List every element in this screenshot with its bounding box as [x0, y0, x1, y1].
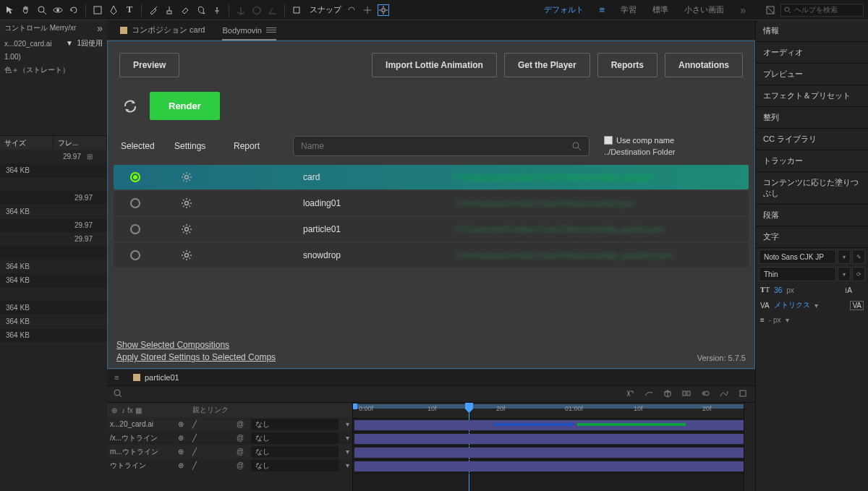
list-item[interactable]: 29.97 — [0, 191, 107, 205]
list-item[interactable] — [0, 177, 107, 191]
annotations-button[interactable]: Annotations — [665, 53, 743, 77]
list-item[interactable]: 29.97⊞ — [0, 150, 107, 163]
roto-tool-icon[interactable] — [195, 4, 207, 16]
slash-icon[interactable]: ╱ — [190, 420, 199, 428]
select-radio[interactable] — [114, 250, 157, 260]
parent-dropdown[interactable]: なし — [251, 432, 339, 444]
tl-graph-icon[interactable] — [719, 388, 731, 400]
layer-track[interactable] — [353, 432, 744, 446]
name-search-input[interactable] — [301, 141, 571, 151]
help-search[interactable]: ヘルプを検索 — [780, 4, 864, 17]
eyedropper-icon[interactable]: ✎ — [852, 249, 865, 264]
orbit-tool-icon[interactable] — [52, 4, 64, 16]
pickwhip-icon[interactable]: @ — [237, 461, 247, 469]
panel-エフェクト＆プリセット[interactable]: エフェクト＆プリセット — [756, 85, 868, 107]
workspace-small[interactable]: 小さい画面 — [684, 4, 724, 15]
rotate-tool-icon[interactable] — [68, 4, 80, 16]
workspace-more-icon[interactable]: » — [740, 4, 746, 16]
gear-icon[interactable] — [157, 223, 216, 235]
panel-トラッカー[interactable]: トラッカー — [756, 150, 868, 172]
clone-tool-icon[interactable] — [163, 4, 175, 16]
use-comp-name-checkbox[interactable]: Use comp name — [604, 136, 698, 145]
panel-情報[interactable]: 情報 — [756, 20, 868, 42]
chevron-down-icon[interactable]: ▾ — [838, 267, 851, 281]
select-radio[interactable] — [114, 224, 157, 234]
select-radio[interactable] — [114, 198, 157, 208]
axis-local-icon[interactable] — [235, 4, 247, 16]
expand-arrow-icon[interactable]: » — [97, 22, 103, 34]
list-item[interactable]: 364 KB — [0, 273, 107, 287]
list-item[interactable]: 29.97 — [0, 218, 107, 232]
parent-dropdown[interactable]: なし — [251, 446, 339, 458]
chevron-down-icon[interactable]: ▾ — [838, 249, 851, 264]
tl-3d-icon[interactable] — [663, 388, 674, 400]
transform-icon[interactable]: ⊕ — [176, 448, 185, 456]
list-item[interactable]: 364 KB — [0, 328, 107, 342]
snap-rect-icon[interactable] — [291, 4, 302, 16]
destination-folder[interactable]: ../Destination Folder — [604, 148, 698, 156]
sync-icon[interactable]: ⟳ — [852, 267, 865, 281]
select-radio[interactable] — [114, 172, 157, 182]
tab-bodymovin[interactable]: Bodymovin — [222, 26, 276, 40]
selection-tool-icon[interactable] — [4, 4, 16, 16]
font-size-value[interactable]: 36 — [774, 286, 782, 294]
layer-bar[interactable] — [354, 448, 744, 458]
stroke-value[interactable]: - px — [769, 316, 781, 324]
get-player-button[interactable]: Get the Player — [504, 53, 590, 77]
hand-tool-icon[interactable] — [20, 4, 32, 16]
workspace-menu-icon[interactable]: ≡ — [600, 4, 605, 15]
col-frame[interactable]: フレ... — [54, 136, 107, 150]
slash-icon[interactable]: ╱ — [190, 448, 199, 456]
layer-track[interactable] — [353, 446, 744, 460]
chevron-down-icon[interactable]: ▾ — [346, 434, 349, 442]
timeline-scrollbar[interactable] — [744, 403, 755, 491]
tl-fx-icon[interactable] — [625, 388, 637, 400]
layer-track[interactable] — [353, 419, 744, 432]
time-ruler[interactable]: 0:00f10f20f01:00f10f20f02:00f10f20f — [353, 403, 744, 419]
snap-collision-icon[interactable] — [362, 4, 373, 16]
gear-icon[interactable] — [157, 171, 216, 183]
kerning-value[interactable]: メトリクス — [774, 300, 810, 310]
list-item[interactable]: 364 KB — [0, 315, 107, 328]
tl-brainstorm-icon[interactable] — [738, 388, 749, 400]
refresh-icon[interactable] — [121, 97, 140, 116]
snap-grid-icon[interactable] — [378, 4, 389, 16]
tl-shy-icon[interactable] — [644, 388, 655, 400]
tl-frameblend-icon[interactable] — [681, 388, 693, 400]
layer-row[interactable]: m...ウトライン⊕╱@なし▾ — [107, 445, 352, 458]
name-search[interactable] — [293, 136, 590, 156]
pickwhip-icon[interactable]: @ — [237, 448, 247, 456]
comp-row[interactable]: snowdropC:/Users/xxxx/Creative Cloud Fil… — [114, 243, 749, 268]
timeline-menu-icon[interactable]: ≡ — [114, 373, 129, 382]
timeline-tab[interactable]: ≡ particle01 — [107, 370, 755, 385]
panel-整列[interactable]: 整列 — [756, 107, 868, 129]
reset-icon[interactable] — [765, 4, 776, 16]
panel-オーディオ[interactable]: オーディオ — [756, 42, 868, 64]
panel-プレビュー[interactable]: プレビュー — [756, 64, 868, 85]
transform-icon[interactable]: ⊕ — [176, 420, 185, 428]
layer-row[interactable]: /x...ウトライン⊕╱@なし▾ — [107, 431, 352, 445]
snap-toggle-icon[interactable] — [346, 4, 357, 16]
hamburger-icon[interactable] — [266, 27, 276, 33]
file-row[interactable]: x...020_card.ai ▼ 1回使用 — [0, 36, 107, 51]
list-item[interactable] — [0, 246, 107, 260]
tl-motionblur-icon[interactable] — [700, 388, 712, 400]
brush-tool-icon[interactable] — [148, 4, 159, 16]
text-tool-icon[interactable]: T — [124, 4, 135, 16]
parent-dropdown[interactable]: なし — [251, 419, 339, 430]
transform-icon[interactable]: ⊕ — [176, 434, 185, 442]
list-item[interactable]: 29.97 — [0, 232, 107, 246]
comp-row[interactable]: cardC:/Users/xxxx/Creative Cloud Files/x… — [114, 165, 749, 189]
tab-composition[interactable]: コンポジション card — [120, 25, 205, 35]
pen-tool-icon[interactable] — [108, 4, 119, 16]
zoom-tool-icon[interactable] — [36, 4, 48, 16]
import-button[interactable]: Import Lottie Animation — [372, 53, 497, 77]
chevron-down-icon[interactable]: ▾ — [814, 302, 818, 309]
list-item[interactable]: 364 KB — [0, 163, 107, 177]
axis-view-icon[interactable] — [267, 4, 278, 16]
slash-icon[interactable]: ╱ — [190, 434, 199, 442]
panel-CC ライブラリ[interactable]: CC ライブラリ — [756, 129, 868, 150]
track-area[interactable]: 0:00f10f20f01:00f10f20f02:00f10f20f — [353, 403, 744, 491]
layer-row[interactable]: x...20_card.ai⊕╱@なし▾ — [107, 417, 352, 431]
chevron-down-icon[interactable]: ▾ — [346, 420, 349, 428]
